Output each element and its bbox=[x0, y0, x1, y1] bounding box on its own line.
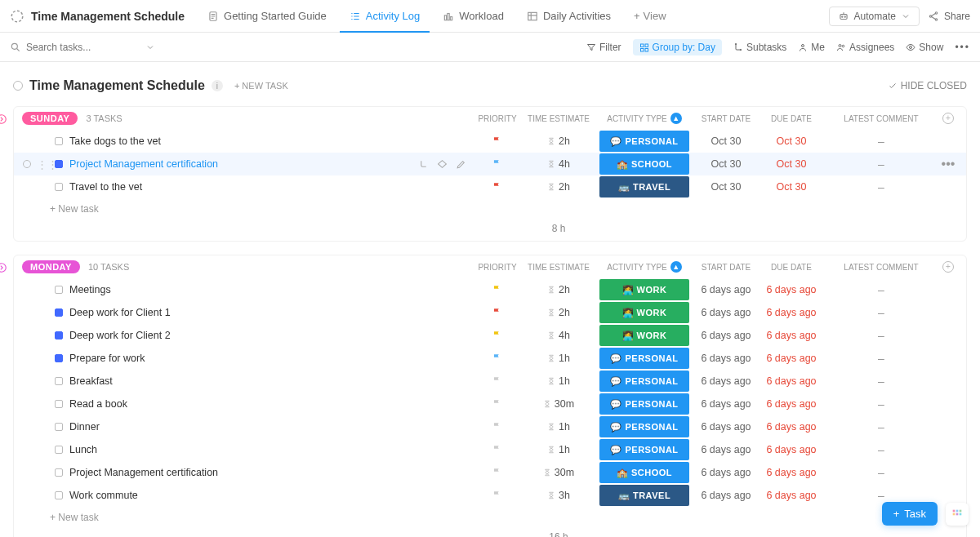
add-column-button[interactable]: + bbox=[942, 261, 954, 273]
latest-comment-cell[interactable]: – bbox=[824, 135, 938, 148]
apps-button[interactable] bbox=[946, 503, 969, 526]
latest-comment-cell[interactable]: – bbox=[824, 489, 938, 502]
task-name[interactable]: Work commute bbox=[69, 490, 473, 501]
time-estimate-cell[interactable]: 2h bbox=[522, 181, 595, 193]
task-name[interactable]: Meetings bbox=[69, 284, 473, 295]
priority-cell[interactable] bbox=[473, 375, 522, 387]
latest-comment-cell[interactable]: – bbox=[824, 329, 938, 342]
task-name[interactable]: Breakfast bbox=[69, 375, 473, 387]
latest-comment-cell[interactable]: – bbox=[824, 443, 938, 456]
due-date-cell[interactable]: 6 days ago bbox=[759, 375, 824, 387]
activity-type-cell[interactable]: 🏫 SCHOOL bbox=[595, 153, 693, 175]
group-collapse-toggle[interactable] bbox=[0, 113, 8, 126]
chevron-down-icon[interactable] bbox=[145, 42, 155, 52]
priority-cell[interactable] bbox=[473, 398, 522, 410]
list-status-icon[interactable] bbox=[13, 81, 23, 91]
show-button[interactable]: Show bbox=[906, 42, 943, 53]
new-task-button[interactable]: + New task bbox=[14, 198, 966, 220]
row-checkbox[interactable] bbox=[22, 159, 37, 169]
task-status-dot[interactable] bbox=[55, 377, 63, 385]
activity-type-cell[interactable]: 🚌 TRAVEL bbox=[595, 176, 693, 197]
start-date-cell[interactable]: 6 days ago bbox=[693, 375, 759, 387]
task-status-dot[interactable] bbox=[55, 354, 63, 362]
col-priority[interactable]: PRIORITY bbox=[473, 114, 522, 123]
automate-button[interactable]: Automate bbox=[829, 7, 920, 26]
latest-comment-cell[interactable]: – bbox=[824, 466, 938, 479]
latest-comment-cell[interactable]: – bbox=[824, 158, 938, 171]
latest-comment-cell[interactable]: – bbox=[824, 420, 938, 433]
group-by-button[interactable]: Group by: Day bbox=[633, 39, 722, 55]
activity-type-cell[interactable]: 💬 PERSONAL bbox=[595, 393, 693, 415]
time-estimate-cell[interactable]: 3h bbox=[522, 490, 595, 501]
time-estimate-cell[interactable]: 4h bbox=[522, 330, 595, 341]
edit-icon[interactable] bbox=[456, 159, 466, 170]
start-date-cell[interactable]: 6 days ago bbox=[693, 444, 759, 455]
activity-type-cell[interactable]: 💬 PERSONAL bbox=[595, 439, 693, 460]
due-date-cell[interactable]: 6 days ago bbox=[759, 307, 824, 318]
start-date-cell[interactable]: 6 days ago bbox=[693, 307, 759, 318]
start-date-cell[interactable]: 6 days ago bbox=[693, 467, 759, 478]
time-estimate-cell[interactable]: 2h bbox=[522, 307, 595, 318]
priority-cell[interactable] bbox=[473, 158, 522, 170]
subtasks-button[interactable]: Subtasks bbox=[733, 42, 786, 53]
col-latest-comment[interactable]: LATEST COMMENT bbox=[824, 263, 938, 272]
add-column-button[interactable]: + bbox=[942, 113, 954, 124]
task-row[interactable]: ⋮⋮ Project Management certification 4h 🏫… bbox=[14, 153, 966, 175]
due-date-cell[interactable]: 6 days ago bbox=[759, 284, 824, 295]
task-row[interactable]: Dinner 1h 💬 PERSONAL 6 days ago 6 days a… bbox=[14, 415, 966, 438]
priority-cell[interactable] bbox=[473, 284, 522, 295]
due-date-cell[interactable]: 6 days ago bbox=[759, 444, 824, 455]
task-name[interactable]: Project Management certification bbox=[69, 158, 418, 170]
time-estimate-cell[interactable]: 1h bbox=[522, 444, 595, 455]
more-button[interactable]: ••• bbox=[955, 42, 970, 53]
drag-handle-icon[interactable]: ⋮⋮ bbox=[37, 158, 48, 171]
time-estimate-cell[interactable]: 1h bbox=[522, 353, 595, 364]
task-row[interactable]: Lunch 1h 💬 PERSONAL 6 days ago 6 days ag… bbox=[14, 438, 966, 461]
task-name[interactable]: Take dogs to the vet bbox=[69, 135, 473, 147]
task-row[interactable]: Work commute 3h 🚌 TRAVEL 6 days ago 6 da… bbox=[14, 484, 966, 507]
task-name[interactable]: Dinner bbox=[69, 421, 473, 433]
start-date-cell[interactable]: 6 days ago bbox=[693, 284, 759, 295]
add-view-button[interactable]: + View bbox=[624, 10, 676, 22]
task-name[interactable]: Lunch bbox=[69, 444, 473, 455]
due-date-cell[interactable]: 6 days ago bbox=[759, 421, 824, 433]
time-estimate-cell[interactable]: 30m bbox=[522, 467, 595, 478]
time-estimate-cell[interactable]: 2h bbox=[522, 284, 595, 295]
tab-getting-started[interactable]: Getting Started Guide bbox=[198, 0, 336, 33]
col-due-date[interactable]: DUE DATE bbox=[759, 114, 824, 123]
col-activity-type[interactable]: ACTIVITY TYPE▲ bbox=[595, 113, 693, 124]
time-estimate-cell[interactable]: 1h bbox=[522, 421, 595, 433]
due-date-cell[interactable]: Oct 30 bbox=[759, 158, 824, 170]
task-name[interactable]: Prepare for work bbox=[69, 353, 473, 364]
task-name[interactable]: Read a book bbox=[69, 398, 473, 410]
time-estimate-cell[interactable]: 1h bbox=[522, 375, 595, 387]
start-date-cell[interactable]: 6 days ago bbox=[693, 421, 759, 433]
task-status-dot[interactable] bbox=[55, 286, 63, 294]
time-estimate-cell[interactable]: 30m bbox=[522, 398, 595, 410]
new-task-button[interactable]: + New task bbox=[14, 507, 966, 528]
hide-closed-button[interactable]: HIDE CLOSED bbox=[888, 80, 967, 91]
task-row[interactable]: Project Management certification 30m 🏫 S… bbox=[14, 461, 966, 484]
col-start-date[interactable]: START DATE bbox=[693, 114, 759, 123]
start-date-cell[interactable]: Oct 30 bbox=[693, 135, 759, 147]
activity-type-cell[interactable]: 👩‍💻 WORK bbox=[595, 325, 693, 346]
priority-cell[interactable] bbox=[473, 490, 522, 501]
time-estimate-cell[interactable]: 2h bbox=[522, 135, 595, 147]
due-date-cell[interactable]: 6 days ago bbox=[759, 353, 824, 364]
col-priority[interactable]: PRIORITY bbox=[473, 263, 522, 272]
task-status-dot[interactable] bbox=[55, 137, 63, 145]
due-date-cell[interactable]: 6 days ago bbox=[759, 330, 824, 341]
priority-cell[interactable] bbox=[473, 444, 522, 455]
row-more-button[interactable]: ••• bbox=[938, 157, 958, 171]
new-task-header-button[interactable]: + NEW TASK bbox=[234, 81, 288, 91]
time-estimate-cell[interactable]: 4h bbox=[522, 158, 595, 170]
task-status-dot[interactable] bbox=[55, 423, 63, 431]
task-status-dot[interactable] bbox=[55, 468, 63, 477]
assignees-button[interactable]: Assignees bbox=[836, 42, 894, 53]
tab-activity-log[interactable]: Activity Log bbox=[340, 0, 430, 33]
task-row[interactable]: Meetings 2h 👩‍💻 WORK 6 days ago 6 days a… bbox=[14, 278, 966, 301]
group-label[interactable]: MONDAY bbox=[22, 260, 80, 273]
task-status-dot[interactable] bbox=[55, 308, 63, 317]
start-date-cell[interactable]: Oct 30 bbox=[693, 158, 759, 170]
activity-type-cell[interactable]: 🏫 SCHOOL bbox=[595, 462, 693, 483]
